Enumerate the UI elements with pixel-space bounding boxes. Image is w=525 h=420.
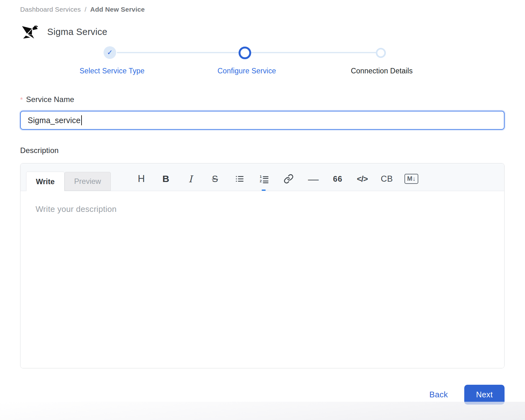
heading-icon: H [138, 173, 145, 184]
stepper-connector-1 [117, 52, 240, 53]
code-button[interactable]: </> [350, 171, 375, 186]
unordered-list-icon [234, 174, 245, 184]
stepper-connector-2 [251, 52, 376, 53]
markdown-mode-button[interactable]: M↓ [399, 171, 424, 186]
link-icon [284, 174, 294, 184]
tab-write[interactable]: Write [26, 172, 65, 191]
page-title: Sigma Service [47, 27, 107, 37]
breadcrumb-separator: / [85, 6, 87, 13]
step-upcoming-circle[interactable] [376, 48, 386, 58]
link-button[interactable] [276, 171, 301, 186]
breadcrumb-current-page: Add New Service [90, 6, 145, 13]
wizard-actions: Back Next [20, 385, 505, 405]
service-header: Sigma Service [20, 22, 505, 42]
bold-icon: B [162, 173, 169, 184]
add-new-service-page: Dashboard Services / Add New Service Sig… [0, 0, 525, 420]
editor-tabs: Write Preview [26, 172, 111, 191]
strikethrough-icon: S [212, 174, 218, 184]
markdown-icon: M↓ [404, 174, 419, 184]
description-editor-area[interactable]: Write your description [20, 191, 504, 368]
italic-button[interactable]: I [178, 171, 203, 186]
formatting-toolbar: H B I S [129, 171, 424, 186]
text-cursor [81, 115, 82, 125]
service-name-input[interactable]: Sigma_service [20, 111, 505, 130]
wizard-stepper: ✓ Select Service Type Configure Service … [20, 46, 505, 79]
ordered-list-icon: 1 2 [259, 174, 269, 184]
svg-text:1: 1 [260, 175, 262, 179]
strikethrough-button[interactable]: S [203, 171, 227, 186]
ordered-list-button[interactable]: 1 2 [252, 171, 276, 186]
quote-button[interactable]: 66 [325, 171, 350, 186]
bold-button[interactable]: B [154, 171, 178, 186]
check-icon: ✓ [107, 48, 113, 57]
editor-toolbar-strip: Write Preview H B I S [20, 163, 504, 191]
code-block-icon: CB [381, 174, 393, 184]
heading-button[interactable]: H [129, 171, 154, 186]
code-block-button[interactable]: CB [375, 171, 399, 186]
horizontal-rule-icon: — [308, 173, 318, 185]
service-name-value: Sigma_service [28, 116, 81, 125]
breadcrumb-dashboard-services[interactable]: Dashboard Services [20, 6, 81, 13]
description-label: Description [20, 146, 505, 155]
toolbar-active-indicator [262, 190, 266, 191]
service-name-label-row: *Service Name [20, 95, 505, 104]
svg-text:2: 2 [260, 179, 262, 183]
horizontal-rule-button[interactable]: — [301, 171, 325, 186]
code-icon: </> [357, 174, 368, 184]
back-button[interactable]: Back [429, 390, 448, 400]
tab-preview[interactable]: Preview [65, 172, 111, 191]
step-label-configure-service[interactable]: Configure Service [217, 67, 276, 75]
origami-bird-logo-icon [20, 22, 39, 42]
italic-icon: I [189, 173, 192, 184]
step-label-connection-details[interactable]: Connection Details [351, 67, 413, 75]
step-completed-circle[interactable]: ✓ [104, 46, 116, 59]
quote-icon: 66 [333, 174, 342, 184]
unordered-list-button[interactable] [227, 171, 252, 186]
step-label-select-service-type[interactable]: Select Service Type [80, 67, 145, 75]
breadcrumb: Dashboard Services / Add New Service [20, 6, 505, 13]
next-button[interactable]: Next [464, 385, 505, 405]
description-editor: Write Preview H B I S [20, 163, 505, 368]
service-name-label: Service Name [26, 95, 74, 104]
required-marker: * [20, 96, 23, 104]
description-placeholder: Write your description [36, 204, 117, 214]
step-active-circle[interactable] [239, 47, 251, 59]
